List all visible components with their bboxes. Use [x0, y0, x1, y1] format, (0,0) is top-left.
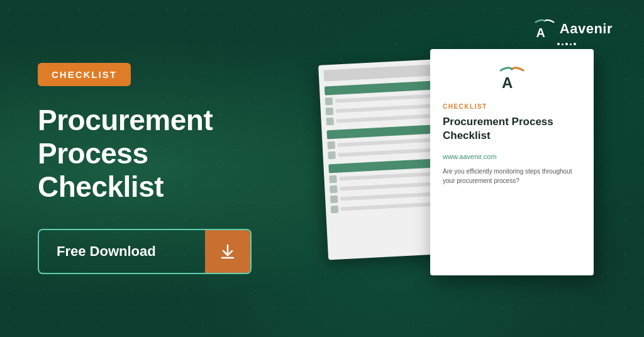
- doc-checklist-label: CHECKLIST: [443, 103, 581, 110]
- dot-5: [574, 43, 576, 45]
- dot-1: [557, 43, 560, 45]
- brand-name: Aavenir: [560, 21, 613, 37]
- left-content: CHECKLIST Procurement Process Checklist …: [38, 63, 302, 274]
- download-icon-box: [205, 230, 250, 273]
- dot-3: [565, 43, 568, 45]
- doc-front-inner: A CHECKLIST Procurement Process Checklis…: [430, 49, 594, 198]
- doc-url: www.aavenir.com: [443, 153, 581, 160]
- main-title: Procurement Process Checklist: [38, 104, 302, 204]
- free-download-button[interactable]: Free Download: [38, 229, 252, 274]
- doc-description: Are you efficiently monitoring steps thr…: [443, 167, 581, 185]
- aavenir-logo-icon: A: [533, 18, 556, 40]
- page-background: A Aavenir CHECKLIST Procurement Process …: [0, 0, 644, 337]
- title-line2: Checklist: [38, 170, 164, 203]
- dot-2: [562, 43, 564, 45]
- doc-aavenir-logo: A: [498, 64, 526, 92]
- doc-logo: A: [443, 64, 581, 92]
- svg-text:A: A: [502, 74, 513, 91]
- svg-text:A: A: [536, 26, 545, 40]
- doc-title: Procurement Process Checklist: [443, 115, 581, 143]
- title-line1: Procurement Process: [38, 104, 213, 170]
- logo-dots: [557, 43, 576, 45]
- download-arrow-icon: [219, 243, 236, 260]
- dot-4: [570, 43, 572, 45]
- aavenir-logo: A Aavenir: [533, 18, 613, 40]
- document-preview-area: A CHECKLIST Procurement Process Checklis…: [317, 36, 606, 301]
- download-button-label: Free Download: [39, 230, 205, 273]
- checklist-badge: CHECKLIST: [38, 63, 131, 86]
- document-front: A CHECKLIST Procurement Process Checklis…: [430, 49, 594, 275]
